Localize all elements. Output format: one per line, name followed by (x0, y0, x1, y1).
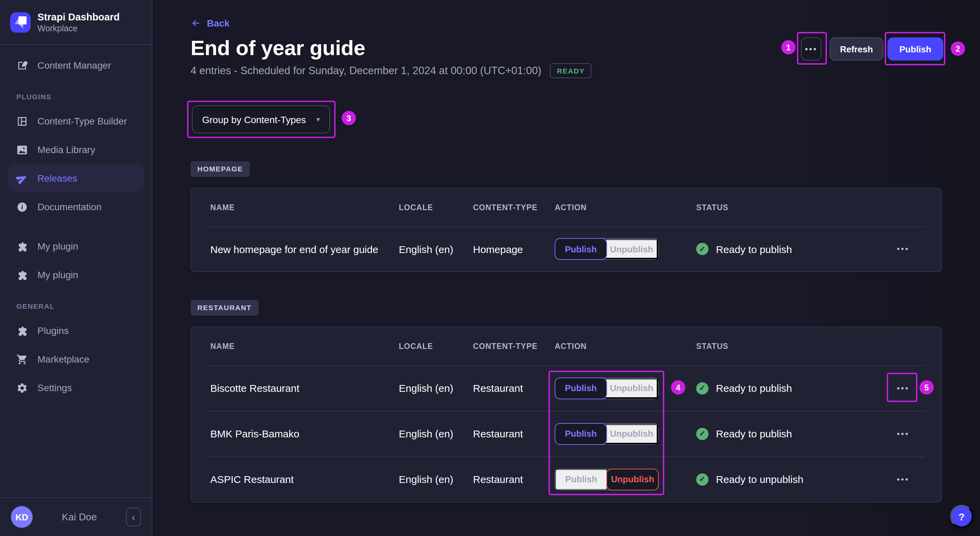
column-header-action: ACTION (555, 203, 696, 211)
column-header-action: ACTION (555, 342, 696, 350)
sidebar-item-label: Content Manager (37, 60, 111, 71)
user-name: Kai Doe (40, 512, 119, 522)
sidebar-item-label: Releases (37, 173, 77, 184)
app-title: Strapi Dashboard (37, 11, 120, 22)
more-horizontal-icon: ••• (805, 45, 817, 53)
check-circle-icon: ✓ (696, 428, 708, 440)
entry-unpublish-button[interactable]: Unpublish (606, 239, 658, 259)
page-title: End of year guide (191, 36, 365, 60)
homepage-entries-table: NAME LOCALE CONTENT-TYPE ACTION STATUS N… (191, 188, 942, 272)
table-header-row: NAME LOCALE CONTENT-TYPE ACTION STATUS (191, 327, 941, 365)
sidebar-item-label: Documentation (37, 201, 102, 212)
row-actions-menu-button[interactable]: ••• (892, 238, 914, 260)
paper-plane-icon (16, 173, 28, 184)
sidebar-item-releases[interactable]: Releases (8, 165, 143, 192)
sidebar-item-my-plugin-2[interactable]: My plugin (8, 261, 143, 289)
entry-name: ASPIC Restaurant (210, 473, 399, 485)
sidebar-item-content-manager[interactable]: Content Manager (8, 52, 143, 79)
strapi-logo-icon (10, 12, 30, 32)
entry-status: ✓ Ready to publish (696, 382, 889, 394)
table-row: New homepage for end of year guide Engli… (191, 227, 941, 271)
sidebar-nav: Content Manager PLUGINS Content-Type Bui… (0, 45, 152, 497)
chevron-down-icon: ▾ (317, 116, 320, 123)
sidebar-item-marketplace[interactable]: Marketplace (8, 346, 143, 373)
sidebar-item-settings[interactable]: Settings (8, 374, 143, 401)
avatar: KD (11, 506, 33, 528)
group-tag-homepage: HOMEPAGE (191, 161, 250, 177)
column-header-locale: LOCALE (399, 203, 473, 211)
more-horizontal-icon: ••• (897, 475, 909, 483)
column-header-name: NAME (210, 203, 399, 211)
arrow-left-icon (191, 18, 202, 29)
workspace-name: Workplace (37, 24, 120, 33)
table-row: Biscotte Restaurant English (en) Restaur… (191, 365, 941, 411)
check-circle-icon: ✓ (696, 473, 708, 485)
sidebar-item-plugins[interactable]: Plugins (8, 317, 143, 344)
column-header-locale: LOCALE (399, 342, 473, 350)
sidebar-item-my-plugin-1[interactable]: My plugin (8, 233, 143, 260)
group-tag-restaurant: RESTAURANT (191, 300, 258, 316)
entry-unpublish-button[interactable]: Unpublish (606, 423, 658, 444)
image-icon (16, 144, 28, 155)
sidebar-item-label: Media Library (37, 144, 95, 155)
more-horizontal-icon: ••• (897, 430, 909, 438)
puzzle-piece-icon (16, 269, 28, 281)
strapi-dashboard-screenshot: Strapi Dashboard Workplace Content Manag… (0, 0, 980, 536)
entry-publish-button[interactable]: Publish (555, 423, 607, 444)
row-actions-menu-button[interactable]: ••• (892, 377, 914, 399)
entry-status-text: Ready to publish (716, 382, 792, 394)
workspace-header[interactable]: Strapi Dashboard Workplace (0, 0, 152, 45)
entry-unpublish-button[interactable]: Unpublish (606, 468, 659, 490)
sidebar-item-label: Content-Type Builder (37, 116, 127, 127)
entry-action-toggle: Publish Unpublish (555, 423, 659, 444)
user-profile-row: KD Kai Doe ‹ (0, 497, 152, 536)
sidebar-item-documentation[interactable]: Documentation (8, 193, 143, 220)
release-schedule-text: 4 entries - Scheduled for Sunday, Decemb… (191, 65, 541, 77)
entry-status-text: Ready to publish (716, 428, 792, 439)
group-by-select[interactable]: Group by Content-Types ▾ (192, 105, 330, 133)
check-circle-icon: ✓ (696, 382, 708, 394)
entry-content-type: Homepage (473, 243, 555, 255)
entry-action-toggle: Publish Unpublish (555, 377, 659, 399)
column-header-name: NAME (210, 342, 399, 350)
entry-locale: English (en) (399, 382, 473, 394)
puzzle-piece-icon (16, 325, 28, 336)
entry-publish-button[interactable]: Publish (555, 469, 607, 489)
entry-locale: English (en) (399, 428, 473, 439)
release-more-actions-button[interactable]: ••• (801, 37, 821, 60)
info-circle-icon (16, 201, 28, 212)
entry-locale: English (en) (399, 243, 473, 255)
sidebar-item-media-library[interactable]: Media Library (8, 136, 143, 163)
entry-name: Biscotte Restaurant (210, 382, 399, 394)
column-header-status: STATUS (696, 342, 889, 350)
sidebar-collapse-button[interactable]: ‹ (126, 507, 141, 526)
entry-status: ✓ Ready to publish (696, 243, 889, 255)
back-link[interactable]: Back (191, 18, 230, 29)
entry-unpublish-button[interactable]: Unpublish (606, 378, 658, 398)
sidebar-item-content-type-builder[interactable]: Content-Type Builder (8, 108, 143, 135)
gear-icon (16, 382, 28, 393)
entry-publish-button[interactable]: Publish (555, 238, 607, 260)
sidebar-item-label: Marketplace (37, 354, 89, 365)
entry-name: New homepage for end of year guide (210, 243, 399, 255)
sidebar: Strapi Dashboard Workplace Content Manag… (0, 0, 153, 536)
entry-status: ✓ Ready to publish (696, 428, 889, 440)
entry-publish-button[interactable]: Publish (555, 377, 607, 399)
status-badge: READY (550, 63, 592, 78)
entry-status-text: Ready to publish (716, 243, 792, 255)
table-header-row: NAME LOCALE CONTENT-TYPE ACTION STATUS (191, 189, 941, 227)
row-actions-menu-button[interactable]: ••• (892, 468, 914, 490)
check-circle-icon: ✓ (696, 243, 708, 255)
row-actions-menu-button[interactable]: ••• (892, 423, 914, 444)
sidebar-item-label: Plugins (37, 325, 69, 336)
back-label: Back (207, 18, 230, 29)
refresh-button[interactable]: Refresh (830, 37, 883, 60)
entry-content-type: Restaurant (473, 428, 555, 439)
table-row: BMK Paris-Bamako English (en) Restaurant… (191, 411, 941, 457)
sidebar-item-label: My plugin (37, 270, 78, 280)
publish-release-button[interactable]: Publish (888, 37, 943, 60)
entry-content-type: Restaurant (473, 473, 555, 485)
restaurant-entries-table: NAME LOCALE CONTENT-TYPE ACTION STATUS B… (191, 327, 942, 503)
pencil-square-icon (16, 60, 28, 71)
help-button[interactable]: ? (950, 505, 973, 528)
